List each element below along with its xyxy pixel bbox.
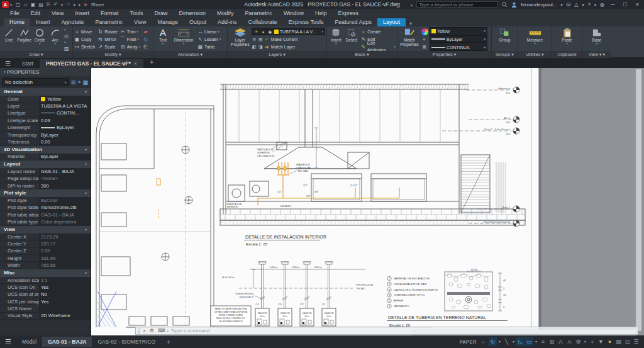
property-value[interactable]: 0.00: [39, 248, 91, 254]
property-row[interactable]: DPI to raster300: [0, 182, 91, 189]
edit-attributes-button[interactable]: ✎Edit Attributes ▾: [360, 43, 396, 50]
property-value[interactable]: 0.03: [39, 117, 91, 123]
select-objects-icon[interactable]: ⌖: [77, 79, 80, 86]
property-value[interactable]: 765.56: [39, 262, 91, 268]
text-button[interactable]: A Text▾: [155, 27, 171, 51]
ribbon-tab-annotate[interactable]: Annotate: [56, 18, 90, 26]
create-block-button[interactable]: ＋Create: [360, 28, 396, 35]
property-row[interactable]: Layout nameGAS-01 - BAJA: [0, 168, 91, 175]
property-row[interactable]: Width765.56: [0, 262, 91, 269]
property-value[interactable]: 220.17: [39, 240, 91, 247]
menu-tools[interactable]: Tools: [125, 10, 148, 16]
polyline-button[interactable]: Polyline: [16, 27, 31, 51]
property-row[interactable]: UCS per viewp...Yes: [0, 298, 91, 305]
section-header-view[interactable]: View▾: [0, 226, 91, 233]
property-value[interactable]: monochrome.ctb: [39, 205, 91, 211]
copy-button[interactable]: ▣Copy: [74, 36, 95, 43]
menu-parametric[interactable]: Parametric: [240, 10, 278, 16]
fillet-button[interactable]: ⌒Fillet ▾: [120, 36, 140, 43]
property-row[interactable]: ColorYellow: [0, 96, 91, 103]
property-value[interactable]: [39, 305, 91, 312]
menu-dimension[interactable]: Dimension: [174, 10, 211, 16]
close-drawing-tab-icon[interactable]: ×: [134, 60, 137, 67]
scale-dropdown-icon[interactable]: ▾: [583, 337, 587, 346]
file-tab-menu-icon[interactable]: ☰: [0, 60, 16, 68]
ribbon-tab-home[interactable]: Home: [4, 18, 30, 26]
property-row[interactable]: Center Y220.17: [0, 240, 91, 247]
table-button[interactable]: ▦Table: [197, 43, 221, 50]
measure-button[interactable]: Measure▾: [523, 27, 548, 51]
menu-insert[interactable]: Insert: [70, 10, 94, 16]
open-icon[interactable]: ▱: [24, 2, 28, 8]
autodesk-icon[interactable]: △: [574, 2, 578, 8]
detect-button[interactable]: Detect: [344, 27, 360, 51]
property-row[interactable]: Annotation scale1:1: [0, 277, 91, 284]
dimension-button[interactable]: Dimension▾: [171, 27, 196, 51]
match-layer-button[interactable]: ◧◨⇉ Match Layer: [252, 43, 325, 50]
ribbon-tab-insert[interactable]: Insert: [30, 18, 56, 26]
menu-view[interactable]: View: [47, 10, 69, 16]
section-header-plot-style[interactable]: Plot style▾: [0, 189, 91, 197]
keyword-search-input[interactable]: Type a keyword or phrase: [416, 1, 498, 8]
block-panel-label[interactable]: Block ▾: [327, 51, 397, 58]
mirror-button[interactable]: ⇆Mirror: [97, 36, 118, 43]
osnap-icon[interactable]: ▭: [525, 337, 533, 346]
ribbon-tab-output[interactable]: Output: [184, 18, 212, 26]
property-value[interactable]: ByLayer: [39, 154, 91, 160]
property-row[interactable]: Visual Style2D Wireframe: [0, 313, 91, 320]
command-close-icon[interactable]: ×: [141, 328, 148, 334]
drawing-canvas[interactable]: VENTILACION SUPERIOR CELOSIA 20*20 MANIF…: [91, 68, 644, 335]
command-line[interactable]: ⣿ × ⚙ ⌨ ▾ Type a command: [135, 327, 638, 335]
selection-dropdown[interactable]: No selection▾: [3, 78, 69, 86]
add-scales-icon[interactable]: ＋: [588, 337, 596, 346]
menu-format[interactable]: Format: [96, 10, 124, 16]
menu-help[interactable]: Help: [310, 10, 332, 16]
make-current-button[interactable]: ≋▤✓ Make Current: [252, 36, 325, 43]
group-button[interactable]: Group: [494, 27, 516, 51]
property-value[interactable]: No: [39, 291, 91, 298]
rectangle-icon[interactable]: ▭ ▾: [64, 21, 71, 32]
snap-mode-icon[interactable]: ↻: [489, 337, 497, 346]
property-value[interactable]: <None>: [39, 176, 91, 182]
property-row[interactable]: Plot style tablemonochrome.ctb: [0, 205, 91, 211]
property-row[interactable]: Center Z0.00: [0, 248, 91, 255]
customization-icon[interactable]: ☰: [632, 337, 640, 346]
help-dropdown-icon[interactable]: ▾: [594, 3, 596, 7]
share-label[interactable]: Share: [91, 2, 104, 8]
property-row[interactable]: Linetype scale0.03: [0, 117, 91, 124]
ribbon-tab-parametric[interactable]: Parametric: [90, 18, 129, 26]
search-collapse-icon[interactable]: ▸: [411, 3, 413, 7]
menu-file[interactable]: File: [5, 10, 25, 16]
trim-button[interactable]: ✂Trim ▾: [120, 28, 140, 35]
line-button[interactable]: Line: [1, 27, 16, 51]
ribbon-tab-collaborate[interactable]: Collaborate: [243, 18, 283, 26]
property-value[interactable]: Yes: [39, 284, 91, 290]
property-row[interactable]: LayerTUBERIA A LA VISTA: [0, 103, 91, 109]
notification-icon[interactable]: ◍: [600, 2, 604, 8]
menu-express[interactable]: Express: [333, 10, 364, 16]
new-icon[interactable]: ▢: [16, 2, 21, 8]
insert-button[interactable]: Insert▾: [328, 27, 344, 51]
linetype-list-icon[interactable]: ≣: [421, 43, 428, 50]
lineweight-list-icon[interactable]: ≡: [421, 36, 428, 43]
property-value[interactable]: Yes: [39, 298, 91, 305]
property-value[interactable]: 331.99: [39, 255, 91, 261]
undo-dropdown-icon[interactable]: ▾: [61, 3, 63, 7]
ribbon-tab-featured-apps[interactable]: Featured Apps: [329, 18, 377, 26]
property-value[interactable]: Color dependent: [39, 218, 91, 225]
close-button[interactable]: ×: [633, 1, 641, 8]
lock-ui-icon[interactable]: ●: [606, 337, 614, 346]
share-icon[interactable]: ➤: [84, 2, 88, 8]
new-layout-button[interactable]: ＋: [161, 337, 176, 346]
linear-button[interactable]: ↔Linear ▾: [197, 28, 221, 35]
layout-tab-gas-01-baja[interactable]: GAS-01 - BAJA: [42, 337, 92, 347]
start-tab[interactable]: Start: [16, 59, 40, 68]
saveas-icon[interactable]: ▤: [38, 2, 43, 8]
section-header-misc[interactable]: Misc▾: [0, 269, 91, 277]
command-grip-icon[interactable]: ⣿: [136, 328, 141, 334]
property-value[interactable]: CONTIN...: [39, 110, 91, 116]
property-value[interactable]: 2D Wireframe: [39, 313, 91, 319]
groups-panel-label[interactable]: Groups ▾: [492, 51, 518, 58]
property-value[interactable]: ByColor: [39, 197, 91, 203]
help-icon[interactable]: ?: [587, 2, 590, 8]
